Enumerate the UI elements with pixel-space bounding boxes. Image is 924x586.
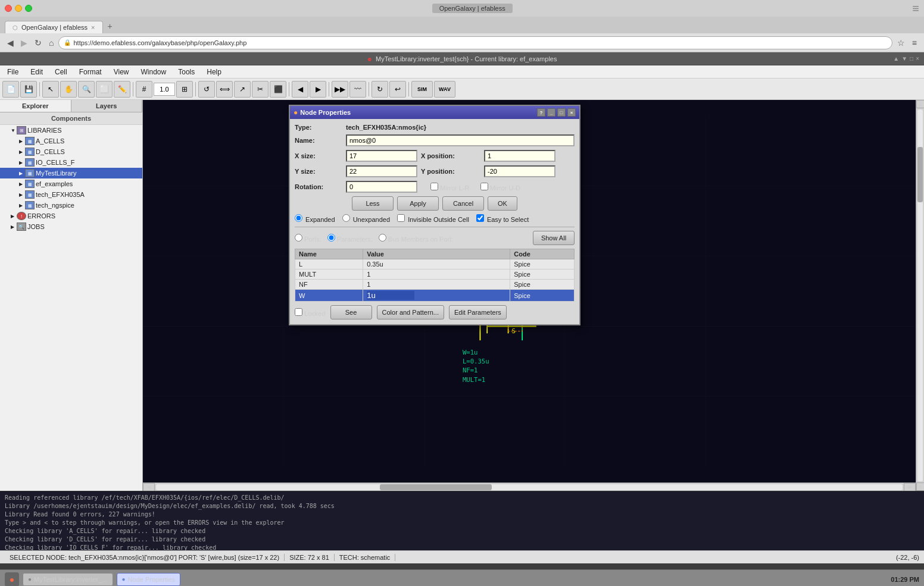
expanded-radio[interactable] xyxy=(295,214,302,222)
w-value-input[interactable] xyxy=(367,291,414,300)
toolbar-run[interactable]: ▶▶ xyxy=(332,81,348,98)
schematic-canvas[interactable]: nmos G S W=1u L=0.35u NF=1 MULT=1 xyxy=(143,100,916,482)
menu-cell[interactable]: Cell xyxy=(52,67,70,77)
browser-tab[interactable]: ⬡ OpenGalaxy | efabless × xyxy=(5,21,103,33)
xsize-input[interactable] xyxy=(346,150,417,162)
toolbar-select[interactable]: ↖ xyxy=(42,81,59,98)
menu-view[interactable]: View xyxy=(111,67,132,77)
tree-item-techng[interactable]: ▶ ▦ tech_ngspice xyxy=(0,200,142,211)
show-all-btn[interactable]: Show All xyxy=(533,231,575,245)
xpos-input[interactable] xyxy=(484,150,555,162)
easy-checkbox[interactable] xyxy=(476,214,484,222)
apply-btn[interactable]: Apply xyxy=(397,196,439,211)
edit-params-btn[interactable]: Edit Parameters xyxy=(449,305,507,319)
table-row-selected[interactable]: W Spice xyxy=(295,290,575,302)
toolbar-forward[interactable]: ▶ xyxy=(310,81,326,98)
unexpanded-radio[interactable] xyxy=(342,214,350,222)
see-btn[interactable]: See xyxy=(330,305,372,319)
vertical-scrollbar[interactable]: ▲ ▼ xyxy=(916,100,924,491)
toolbar-sim[interactable]: SIM xyxy=(411,81,433,98)
tree-item-dcells[interactable]: ▶ ▦ D_CELLS xyxy=(0,146,142,157)
new-tab-btn[interactable]: + xyxy=(103,19,117,33)
scroll-thumb-h[interactable] xyxy=(380,484,492,490)
dialog-max-btn[interactable]: □ xyxy=(557,108,566,117)
toolbar-back[interactable]: ◀ xyxy=(292,81,308,98)
app-down-btn[interactable]: ▼ xyxy=(901,55,907,62)
toolbar-something[interactable]: ⬛ xyxy=(270,81,286,98)
scroll-up-btn[interactable]: ▲ xyxy=(916,100,924,108)
horizontal-scrollbar[interactable]: ◀ ▶ xyxy=(143,482,916,491)
name-input[interactable] xyxy=(346,134,575,146)
tree-item-efexamples[interactable]: ▶ ▦ ef_examples xyxy=(0,178,142,189)
invisible-checkbox[interactable] xyxy=(397,214,405,222)
scroll-track-v[interactable] xyxy=(917,109,923,481)
tree-item-libraries[interactable]: ▼ ⊞ LIBRARIES xyxy=(0,125,142,136)
ports-radio[interactable] xyxy=(295,234,302,242)
less-btn[interactable]: Less xyxy=(352,196,394,211)
app-close-btn[interactable]: × xyxy=(916,55,919,62)
scroll-track-h[interactable] xyxy=(156,484,903,490)
close-window-btn[interactable] xyxy=(5,5,12,12)
toolbar-wave1[interactable]: 〰 xyxy=(349,81,366,98)
mirror-lr-checkbox[interactable] xyxy=(430,183,438,190)
dialog-help-btn[interactable]: ? xyxy=(537,108,545,117)
app-up-btn[interactable]: ▲ xyxy=(893,55,899,62)
toolbar-pan[interactable]: ✋ xyxy=(60,81,77,98)
rotation-input[interactable] xyxy=(346,181,417,193)
menu-file[interactable]: File xyxy=(5,67,21,77)
bus-radio[interactable] xyxy=(379,234,386,242)
tab-explorer[interactable]: Explorer xyxy=(0,100,71,112)
dialog-close-btn[interactable]: × xyxy=(567,108,576,117)
scroll-down-btn[interactable]: ▼ xyxy=(916,482,924,491)
tree-item-techefx[interactable]: ▶ ▦ tech_EFXH035A xyxy=(0,189,142,200)
menu-format[interactable]: Format xyxy=(77,67,104,77)
ypos-input[interactable] xyxy=(484,165,555,177)
toolbar-refresh[interactable]: ↻ xyxy=(372,81,388,98)
toolbar-select2[interactable]: ↗ xyxy=(234,81,251,98)
toolbar-zoom-fit[interactable]: ⊞ xyxy=(176,81,193,98)
toolbar-undo[interactable]: ↩ xyxy=(389,81,406,98)
app-restore-btn[interactable]: □ xyxy=(910,55,913,62)
toolbar-save[interactable]: 💾 xyxy=(20,81,37,98)
dialog-min-btn[interactable]: _ xyxy=(547,108,555,117)
tab-close-btn[interactable]: × xyxy=(91,24,95,31)
forward-btn[interactable]: ▶ xyxy=(18,37,30,49)
toolbar-zoom-box[interactable]: ⬜ xyxy=(96,81,113,98)
menu-window[interactable]: Window xyxy=(139,67,169,77)
menu-edit[interactable]: Edit xyxy=(28,67,45,77)
menu-btn[interactable]: ≡ xyxy=(910,37,919,49)
home-btn[interactable]: ⌂ xyxy=(46,37,56,49)
tree-item-acells[interactable]: ▶ ▦ A_CELLS xyxy=(0,136,142,146)
toolbar-mirror[interactable]: ⟺ xyxy=(216,81,233,98)
locked-checkbox[interactable] xyxy=(295,308,302,316)
toolbar-wav[interactable]: WAV xyxy=(434,81,455,98)
toolbar-edit[interactable]: ✏️ xyxy=(114,81,130,98)
ok-btn[interactable]: OK xyxy=(488,196,517,211)
tree-item-jobs[interactable]: ▶ 🔍 JOBS xyxy=(0,221,142,232)
toolbar-grid[interactable]: # xyxy=(136,81,152,98)
toolbar-rotate[interactable]: ↺ xyxy=(198,81,215,98)
tree-item-iocells[interactable]: ▶ ▦ IO_CELLS_F xyxy=(0,157,142,168)
parameters-radio[interactable] xyxy=(327,234,335,242)
taskbar-dialog-tab[interactable]: ● Node Properties xyxy=(117,573,181,586)
scroll-right-btn[interactable]: ▶ xyxy=(904,483,916,491)
tab-layers[interactable]: Layers xyxy=(71,100,143,112)
ysize-input[interactable] xyxy=(346,165,417,177)
minimize-window-btn[interactable] xyxy=(15,5,22,12)
mirror-ud-checkbox[interactable] xyxy=(480,183,488,190)
tree-item-errors[interactable]: ▶ ! ERRORS xyxy=(0,211,142,221)
tree-item-mytestlib[interactable]: ▶ ▦ MyTestLibrary xyxy=(0,168,142,178)
scroll-thumb-v[interactable] xyxy=(917,147,923,203)
table-row[interactable]: NF 1 Spice xyxy=(295,280,575,290)
bookmark-btn[interactable]: ☆ xyxy=(895,37,907,49)
cancel-btn[interactable]: Cancel xyxy=(442,196,484,211)
toolbar-zoom-in[interactable]: 🔍 xyxy=(78,81,95,98)
reload-btn[interactable]: ↻ xyxy=(32,37,44,49)
toolbar-cut[interactable]: ✂ xyxy=(252,81,269,98)
toolbar-zoom-value[interactable]: 1.0 xyxy=(154,83,175,96)
menu-help[interactable]: Help xyxy=(204,67,224,77)
table-row[interactable]: L 0.35u Spice xyxy=(295,259,575,270)
back-btn[interactable]: ◀ xyxy=(5,37,16,49)
taskbar-app-tab[interactable]: ● MyTestLibrary:inverter_... xyxy=(23,573,113,586)
table-row[interactable]: MULT 1 Spice xyxy=(295,270,575,280)
